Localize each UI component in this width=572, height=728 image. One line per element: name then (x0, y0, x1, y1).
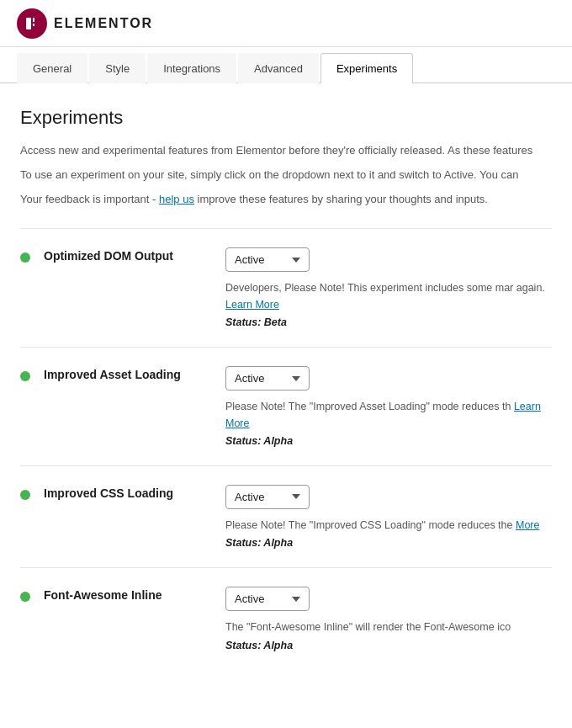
header: ELEMENTOR (0, 0, 572, 47)
tab-experiments[interactable]: Experiments (320, 53, 413, 83)
learn-more-link-optimized-dom[interactable]: Learn More (225, 299, 279, 311)
tabs-bar: General Style Integrations Advanced Expe… (0, 47, 572, 83)
desc-2: To use an experiment on your site, simpl… (20, 167, 552, 184)
experiment-right-optimized-dom: Active Inactive Developers, Please Note!… (225, 247, 552, 328)
experiment-select-improved-asset[interactable]: Active Inactive (225, 366, 310, 391)
status-dot-optimized-dom (20, 252, 30, 263)
experiment-desc-improved-css: Please Note! The "Improved CSS Loading" … (225, 518, 552, 534)
experiment-status-font-awesome: Status: Alpha (225, 640, 552, 651)
main-content: Experiments Access new and experimental … (0, 83, 572, 728)
experiment-label-improved-asset: Improved Asset Loading (44, 366, 212, 381)
experiment-select-optimized-dom[interactable]: Active Inactive (225, 247, 310, 272)
experiment-right-improved-css: Active Inactive Please Note! The "Improv… (225, 485, 552, 549)
logo: ELEMENTOR (17, 8, 153, 39)
experiment-label-improved-css: Improved CSS Loading (44, 485, 212, 500)
status-dot-improved-asset (20, 371, 30, 381)
experiment-select-improved-css[interactable]: Active Inactive (225, 485, 310, 509)
select-wrap-optimized-dom: Active Inactive (225, 247, 552, 272)
experiment-status-optimized-dom: Status: Beta (225, 316, 552, 328)
experiment-right-improved-asset: Active Inactive Please Note! The "Improv… (225, 366, 552, 447)
select-wrap-improved-asset: Active Inactive (225, 366, 552, 391)
status-dot-font-awesome (20, 592, 30, 602)
experiment-label-font-awesome: Font-Awesome Inline (44, 587, 212, 602)
experiments-list: Optimized DOM Output Active Inactive Dev… (20, 228, 552, 669)
desc-3: Your feedback is important - help us imp… (20, 191, 552, 209)
experiment-item-optimized-dom: Optimized DOM Output Active Inactive Dev… (20, 228, 552, 347)
select-wrap-font-awesome: Active Inactive (225, 587, 552, 611)
experiment-item-improved-asset: Improved Asset Loading Active Inactive P… (20, 347, 552, 465)
desc-3-prefix: Your feedback is important - (20, 193, 159, 205)
status-dot-improved-css (20, 490, 30, 500)
desc-3-suffix: improve these features by sharing your t… (194, 193, 488, 205)
logo-text: ELEMENTOR (54, 16, 153, 31)
experiment-desc-optimized-dom: Developers, Please Note! This experiment… (225, 280, 552, 313)
experiment-item-font-awesome: Font-Awesome Inline Active Inactive The … (20, 567, 552, 669)
svg-rect-2 (33, 24, 34, 26)
experiment-desc-font-awesome: The "Font-Awesome Inline" will render th… (225, 619, 552, 635)
experiment-right-font-awesome: Active Inactive The "Font-Awesome Inline… (225, 587, 552, 651)
help-us-link[interactable]: help us (159, 193, 194, 205)
experiment-label-optimized-dom: Optimized DOM Output (44, 247, 212, 263)
select-wrap-improved-css: Active Inactive (225, 485, 552, 509)
page-title: Experiments (20, 107, 552, 129)
experiment-item-improved-css: Improved CSS Loading Active Inactive Ple… (20, 465, 552, 567)
experiment-status-improved-css: Status: Alpha (225, 537, 552, 549)
tab-integrations[interactable]: Integrations (147, 53, 236, 83)
desc-1: Access new and experimental features fro… (20, 142, 552, 160)
experiment-select-font-awesome[interactable]: Active Inactive (225, 587, 310, 611)
tab-advanced[interactable]: Advanced (238, 53, 319, 83)
learn-more-link-improved-css[interactable]: More (516, 519, 539, 531)
tab-general[interactable]: General (17, 53, 87, 83)
svg-rect-1 (33, 18, 34, 22)
experiment-status-improved-asset: Status: Alpha (225, 435, 552, 447)
logo-icon (17, 8, 47, 39)
svg-rect-0 (26, 18, 31, 29)
tab-style[interactable]: Style (89, 53, 146, 83)
experiment-desc-improved-asset: Please Note! The "Improved Asset Loading… (225, 399, 552, 432)
